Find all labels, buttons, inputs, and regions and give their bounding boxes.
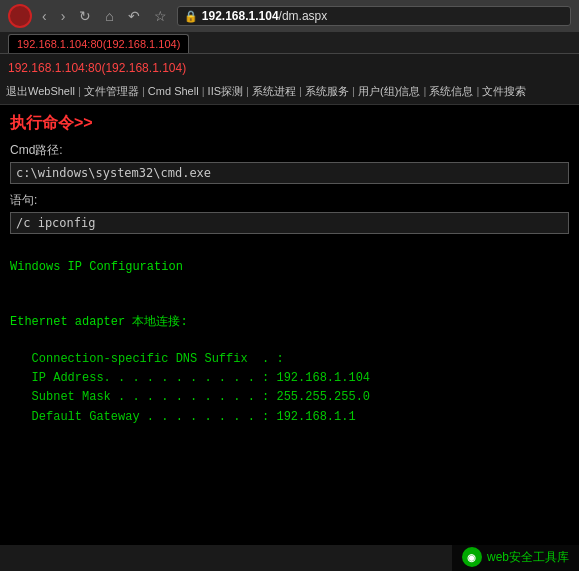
output-ip: IP Address. . . . . . . . . . . : 192.16… xyxy=(10,369,569,388)
watermark-icon: ◉ xyxy=(462,547,482,567)
output-adapter: Ethernet adapter 本地连接: xyxy=(10,313,569,332)
address-bar[interactable]: 🔒 192.168.1.104/dm.aspx xyxy=(177,6,571,26)
output-blank-3 xyxy=(10,336,569,350)
history-button[interactable]: ↶ xyxy=(124,6,144,26)
tab-bar: 192.168.1.104:80(192.168.1.104) xyxy=(0,32,579,53)
active-tab[interactable]: 192.168.1.104:80(192.168.1.104) xyxy=(8,34,189,53)
watermark-label: web安全工具库 xyxy=(487,549,569,566)
nav-exit-webshell[interactable]: 退出WebShell xyxy=(6,85,75,97)
nav-cmd-shell[interactable]: Cmd Shell xyxy=(148,85,199,97)
cmd-args-label: 语句: xyxy=(10,192,569,209)
forward-button[interactable]: › xyxy=(57,6,70,26)
watermark-bar: ◉ web安全工具库 xyxy=(452,543,579,571)
reload-button[interactable]: ↻ xyxy=(75,6,95,26)
ip-link[interactable]: 192.168.1.104:80(192.168.1.104) xyxy=(8,61,186,75)
nav-menu: 退出WebShell | 文件管理器 | Cmd Shell | IIS探测 |… xyxy=(0,80,579,105)
info-bar: 192.168.1.104:80(192.168.1.104) xyxy=(0,54,579,80)
browser-chrome: ‹ › ↻ ⌂ ↶ ☆ 🔒 192.168.1.104/dm.aspx 192.… xyxy=(0,0,579,54)
output-gateway: Default Gateway . . . . . . . . : 192.16… xyxy=(10,408,569,427)
cmd-args-input[interactable] xyxy=(10,212,569,234)
output-dns: Connection-specific DNS Suffix . : xyxy=(10,350,569,369)
bookmark-icon[interactable]: ☆ xyxy=(150,6,171,26)
cmd-path-input[interactable] xyxy=(10,162,569,184)
nav-file-search[interactable]: 文件搜索 xyxy=(482,85,526,97)
browser-logo xyxy=(8,4,32,28)
url-text: 192.168.1.104/dm.aspx xyxy=(202,9,327,23)
lock-icon: 🔒 xyxy=(184,10,198,23)
nav-sys-process[interactable]: 系统进程 xyxy=(252,85,296,97)
cmd-section: 执行命令>> Cmd路径: 语句: xyxy=(0,105,579,250)
output-blank-2 xyxy=(10,299,569,313)
nav-file-manager[interactable]: 文件管理器 xyxy=(84,85,139,97)
cmd-path-label: Cmd路径: xyxy=(10,142,569,159)
nav-user-info[interactable]: 用户(组)信息 xyxy=(358,85,420,97)
output-line-1: Windows IP Configuration xyxy=(10,258,569,277)
output-subnet: Subnet Mask . . . . . . . . . . : 255.25… xyxy=(10,388,569,407)
nav-sys-info[interactable]: 系统信息 xyxy=(429,85,473,97)
browser-titlebar: ‹ › ↻ ⌂ ↶ ☆ 🔒 192.168.1.104/dm.aspx xyxy=(0,0,579,32)
nav-sys-service[interactable]: 系统服务 xyxy=(305,85,349,97)
output-area: Windows IP Configuration Ethernet adapte… xyxy=(0,250,579,435)
output-blank-1 xyxy=(10,285,569,299)
nav-iis-explore[interactable]: IIS探测 xyxy=(208,85,243,97)
back-button[interactable]: ‹ xyxy=(38,6,51,26)
section-title: 执行命令>> xyxy=(10,113,569,134)
home-button[interactable]: ⌂ xyxy=(101,6,117,26)
page-content: 192.168.1.104:80(192.168.1.104) 退出WebShe… xyxy=(0,54,579,545)
